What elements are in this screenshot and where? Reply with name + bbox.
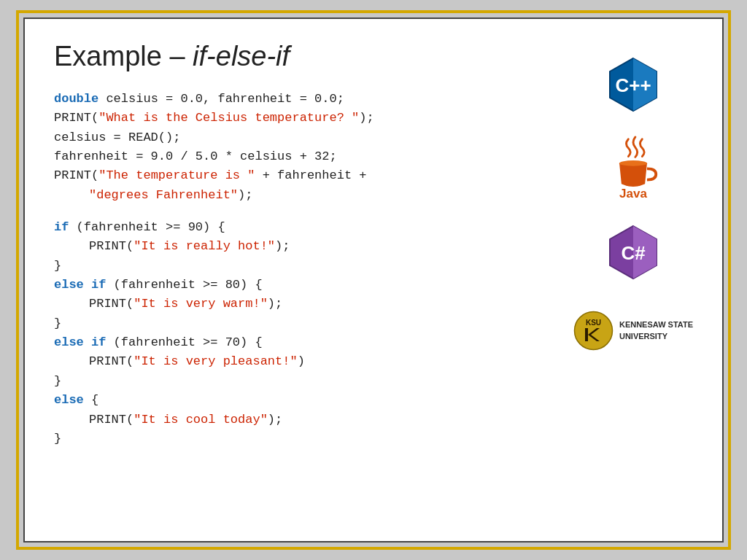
code-line: else if (fahrenheit >= 80) { xyxy=(54,276,535,295)
keyword: double xyxy=(54,92,98,106)
string-literal: "The temperature is " xyxy=(98,168,255,182)
keyword: else xyxy=(54,335,84,349)
code-line: "degrees Fahrenheit"); xyxy=(54,186,535,205)
code-line: else { xyxy=(54,391,535,410)
cpp-logo-icon: C++ xyxy=(604,55,662,114)
string-literal: "degrees Fahrenheit" xyxy=(89,188,238,202)
code-line: else if (fahrenheit >= 70) { xyxy=(54,333,535,352)
ksu-text: KENNESAW STATE UNIVERSITY xyxy=(619,319,693,342)
string-literal: "It is very pleasant!" xyxy=(133,354,297,368)
code-line: PRINT("It is cool today"); xyxy=(54,411,535,429)
keyword: else xyxy=(54,278,84,292)
svg-text:C#: C# xyxy=(621,242,646,264)
code-line: PRINT("It is very pleasant!") xyxy=(54,352,535,371)
code-block: double celsius = 0.0, fahrenheit = 0.0; … xyxy=(54,90,535,448)
code-line: } xyxy=(54,314,535,333)
code-line: fahrenheit = 9.0 / 5.0 * celsius + 32; xyxy=(54,147,535,166)
code-line: } xyxy=(54,429,535,448)
ksu-logo: KSU KENNESAW STATE UNIVERSITY xyxy=(573,311,693,351)
code-line: double celsius = 0.0, fahrenheit = 0.0; xyxy=(54,90,535,109)
code-line: PRINT("The temperature is " + fahrenheit… xyxy=(54,166,535,185)
title-italic: if-else-if xyxy=(193,41,290,71)
svg-rect-10 xyxy=(585,328,588,341)
code-line: } xyxy=(54,257,535,276)
csharp-logo-icon: C# xyxy=(604,223,662,281)
string-literal: "What is the Celsius temperature? " xyxy=(98,111,359,125)
code-line: celsius = READ(); xyxy=(54,128,535,147)
string-literal: "It is very warm!" xyxy=(133,297,268,311)
keyword: if xyxy=(54,220,69,234)
slide: Example – if-else-if double celsius = 0.… xyxy=(23,18,724,542)
svg-text:KSU: KSU xyxy=(586,319,601,327)
code-spacer xyxy=(54,205,535,218)
keyword: if xyxy=(91,278,106,292)
ksu-university: UNIVERSITY xyxy=(619,331,693,342)
logos-panel: C++ Java C# xyxy=(573,55,693,351)
string-literal: "It is cool today" xyxy=(133,413,268,427)
java-logo-icon: Java xyxy=(608,136,659,201)
code-line: PRINT("It is very warm!"); xyxy=(54,295,535,314)
code-line: if (fahrenheit >= 90) { xyxy=(54,218,535,237)
svg-text:C++: C++ xyxy=(615,74,651,96)
string-literal: "It is really hot!" xyxy=(133,239,275,253)
code-line: } xyxy=(54,372,535,391)
title-plain: Example – xyxy=(54,41,193,71)
ksu-name: KENNESAW STATE xyxy=(619,319,693,330)
keyword: if xyxy=(91,335,106,349)
ksu-emblem-icon: KSU xyxy=(573,311,614,351)
code-line: PRINT("It is really hot!"); xyxy=(54,237,535,256)
svg-point-3 xyxy=(619,160,647,166)
keyword: else xyxy=(54,393,84,407)
code-line: PRINT("What is the Celsius temperature? … xyxy=(54,109,535,128)
svg-text:Java: Java xyxy=(619,187,647,201)
